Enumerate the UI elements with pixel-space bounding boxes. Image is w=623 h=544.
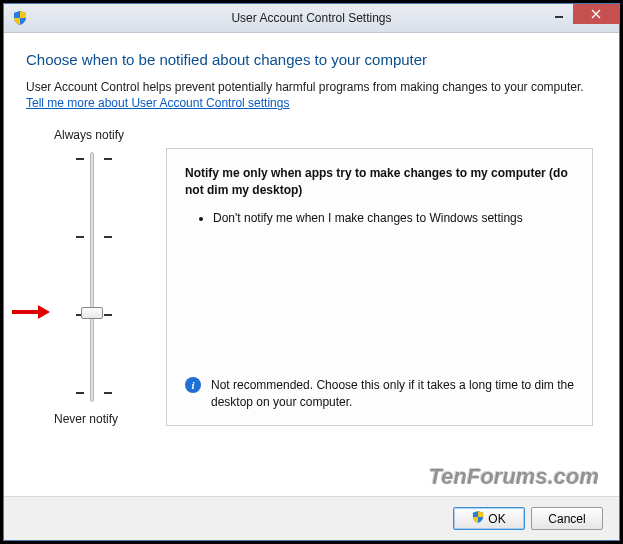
page-subtext: User Account Control helps prevent poten… xyxy=(26,80,597,94)
description-title: Notify me only when apps try to make cha… xyxy=(185,165,574,199)
page-heading: Choose when to be notified about changes… xyxy=(26,51,597,68)
slider-tick xyxy=(76,236,112,238)
minimize-button[interactable] xyxy=(545,4,573,24)
cancel-button[interactable]: Cancel xyxy=(531,507,603,530)
shield-icon xyxy=(472,511,484,526)
description-bullet: Don't notify me when I make changes to W… xyxy=(213,209,574,227)
annotation-arrow xyxy=(12,305,50,319)
window-title: User Account Control Settings xyxy=(4,11,619,25)
info-icon: i xyxy=(185,377,201,393)
shield-icon xyxy=(12,10,28,26)
window-controls xyxy=(545,4,619,24)
slider-thumb[interactable] xyxy=(81,307,103,319)
svg-rect-0 xyxy=(555,16,563,18)
notification-slider[interactable] xyxy=(76,152,112,402)
titlebar: User Account Control Settings xyxy=(4,4,619,33)
description-panel: Notify me only when apps try to make cha… xyxy=(166,148,593,426)
close-button[interactable] xyxy=(573,4,619,24)
content-area: Choose when to be notified about changes… xyxy=(4,33,619,496)
description-list: Don't notify me when I make changes to W… xyxy=(213,209,574,227)
footer: OK Cancel xyxy=(4,496,619,540)
help-link[interactable]: Tell me more about User Account Control … xyxy=(26,96,289,110)
slider-label-top: Always notify xyxy=(54,128,166,142)
uac-settings-window: User Account Control Settings Choose whe… xyxy=(3,3,620,541)
slider-column: Always notify Never notify xyxy=(26,128,166,426)
info-row: i Not recommended. Choose this only if i… xyxy=(185,377,574,411)
slider-track xyxy=(90,152,94,402)
ok-button[interactable]: OK xyxy=(453,507,525,530)
slider-tick xyxy=(76,158,112,160)
cancel-label: Cancel xyxy=(548,512,585,526)
slider-label-bottom: Never notify xyxy=(54,412,166,426)
slider-tick xyxy=(76,392,112,394)
info-text: Not recommended. Choose this only if it … xyxy=(211,377,574,411)
main-area: Always notify Never notify Notify me onl… xyxy=(26,128,597,426)
ok-label: OK xyxy=(488,512,505,526)
